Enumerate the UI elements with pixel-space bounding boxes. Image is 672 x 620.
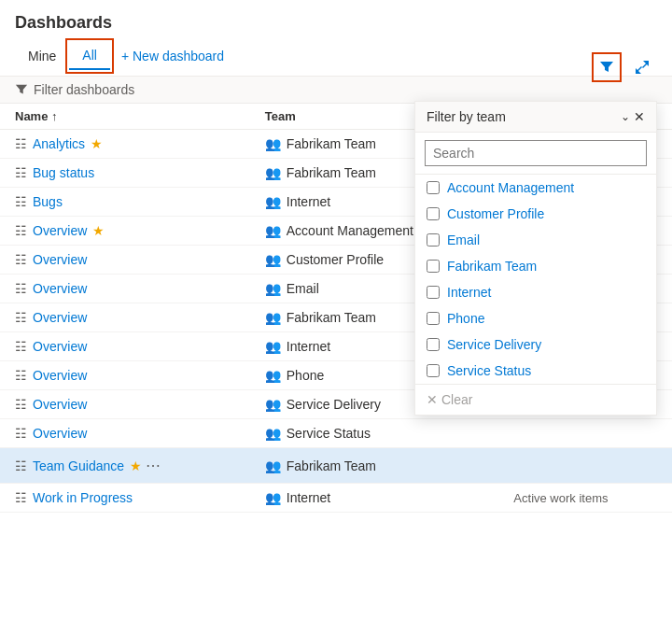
dashboard-grid-icon: ☷: [15, 252, 27, 267]
team-filter-label[interactable]: Account Management: [447, 180, 574, 195]
team-name: Phone: [287, 368, 324, 383]
name-cell: ☷ Bugs: [0, 188, 250, 217]
team-filter-item[interactable]: Fabrikam Team: [415, 253, 656, 279]
team-name: Email: [287, 281, 319, 296]
team-icon: 👥: [265, 368, 281, 383]
search-box: [415, 133, 656, 175]
team-checkbox[interactable]: [427, 312, 440, 325]
team-checkbox[interactable]: [427, 233, 440, 247]
team-icon: 👥: [265, 165, 281, 180]
team-filter-label[interactable]: Phone: [447, 311, 484, 326]
team-checkbox[interactable]: [427, 181, 440, 194]
table-row[interactable]: ☷ Team Guidance ★ ⋯ 👥 Fabrikam Team: [0, 448, 672, 484]
team-name: Internet: [287, 339, 330, 354]
dashboard-link[interactable]: Overview: [33, 252, 87, 267]
tab-bar: Mine All + New dashboard: [15, 42, 657, 70]
clear-button[interactable]: ✕ Clear: [415, 384, 656, 415]
team-filter-label[interactable]: Service Status: [447, 363, 531, 378]
team-name: Account Management: [287, 223, 413, 238]
dashboard-grid-icon: ☷: [15, 368, 27, 383]
dashboard-link[interactable]: Team Guidance: [33, 458, 124, 473]
team-icon: 👥: [265, 281, 281, 296]
team-checkbox[interactable]: [427, 364, 440, 377]
dashboard-link[interactable]: Overview: [33, 310, 87, 325]
team-icon: 👥: [265, 194, 281, 209]
team-icon: 👥: [265, 458, 281, 473]
filter-bar: Filter dashboards: [0, 76, 672, 104]
team-name: Fabrikam Team: [287, 458, 376, 473]
dashboard-link[interactable]: Work in Progress: [33, 490, 133, 505]
team-filter-item[interactable]: Service Delivery: [415, 331, 656, 358]
more-options-button[interactable]: ⋯: [142, 455, 164, 476]
dashboard-grid-icon: ☷: [15, 426, 27, 441]
page-header: Dashboards Mine All + New dashboard: [0, 0, 672, 76]
team-filter-label[interactable]: Service Delivery: [447, 337, 541, 352]
name-cell: ☷ Overview ★: [0, 217, 250, 246]
name-cell: ☷ Overview: [0, 275, 250, 303]
dashboard-link[interactable]: Overview: [33, 397, 87, 412]
filter-dashboards-btn[interactable]: Filter dashboards: [15, 82, 134, 97]
dashboard-link[interactable]: Bugs: [33, 194, 63, 209]
team-filter-label[interactable]: Customer Profile: [447, 206, 544, 221]
team-checkbox[interactable]: [427, 260, 440, 273]
filter-icon: [599, 60, 614, 75]
team-filter-label[interactable]: Email: [447, 232, 480, 247]
chevron-down-icon[interactable]: ⌄: [621, 110, 630, 123]
team-filter-label[interactable]: Fabrikam Team: [447, 259, 537, 274]
team-list: Account Management Customer Profile Emai…: [415, 175, 656, 384]
header-right-actions: [592, 52, 657, 82]
dashboard-link[interactable]: Overview: [33, 339, 87, 354]
team-filter-label[interactable]: Internet: [447, 285, 491, 300]
team-filter-item[interactable]: Phone: [415, 305, 656, 331]
name-cell: ☷ Bug status: [0, 159, 250, 188]
team-checkbox[interactable]: [427, 207, 440, 220]
table-row[interactable]: ☷ Overview 👥 Service Status: [0, 419, 672, 448]
team-cell: 👥 Fabrikam Team: [250, 448, 499, 484]
dashboard-grid-icon: ☷: [15, 136, 27, 151]
team-checkbox[interactable]: [427, 286, 440, 299]
team-icon: 👥: [265, 136, 281, 151]
name-cell: ☷ Work in Progress: [0, 484, 250, 513]
team-icon: 👥: [265, 252, 281, 267]
team-filter-item[interactable]: Account Management: [415, 175, 656, 201]
dashboard-link[interactable]: Overview: [33, 426, 87, 441]
table-row[interactable]: ☷ Work in Progress 👥 Internet Active wor…: [0, 484, 672, 513]
dashboard-grid-icon: ☷: [15, 194, 27, 209]
dashboard-link[interactable]: Analytics: [33, 136, 85, 151]
col-name-header[interactable]: Name ↑: [0, 104, 250, 130]
star-icon: ★: [130, 458, 142, 473]
close-icon[interactable]: ✕: [634, 109, 645, 124]
filter-icon-button[interactable]: [592, 52, 622, 82]
expand-icon-button[interactable]: [627, 52, 657, 82]
team-name: Customer Profile: [287, 252, 384, 267]
name-cell: ☷ Analytics ★: [0, 130, 250, 159]
dashboard-grid-icon: ☷: [15, 165, 27, 180]
team-checkbox[interactable]: [427, 338, 440, 351]
team-filter-item[interactable]: Service Status: [415, 358, 656, 384]
dashboard-link[interactable]: Overview: [33, 281, 87, 296]
dashboard-link[interactable]: Overview: [33, 368, 87, 383]
team-filter-item[interactable]: Customer Profile: [415, 201, 656, 227]
team-filter-item[interactable]: Internet: [415, 279, 656, 305]
dashboard-link[interactable]: Bug status: [33, 165, 94, 180]
team-icon: 👥: [265, 397, 281, 412]
new-dashboard-button[interactable]: + New dashboard: [110, 43, 235, 69]
name-cell: ☷ Overview: [0, 246, 250, 275]
dashboard-grid-icon: ☷: [15, 397, 27, 412]
tab-all[interactable]: All: [69, 42, 110, 70]
dashboard-grid-icon: ☷: [15, 310, 27, 325]
team-icon: 👥: [265, 310, 281, 325]
team-search-input[interactable]: [425, 140, 647, 166]
expand-icon: [635, 60, 650, 75]
team-filter-item[interactable]: Email: [415, 227, 656, 253]
dropdown-header: Filter by team ⌄ ✕: [415, 102, 656, 133]
tab-mine[interactable]: Mine: [15, 43, 69, 69]
status-text: Active work items: [513, 491, 608, 505]
status-cell: Active work items: [498, 484, 672, 513]
filter-by-team-label: Filter by team: [427, 109, 506, 124]
team-name: Fabrikam Team: [287, 165, 376, 180]
team-cell: 👥 Internet: [250, 484, 499, 513]
team-icon: 👥: [265, 490, 281, 505]
name-cell: ☷ Overview: [0, 419, 250, 448]
dashboard-link[interactable]: Overview: [33, 223, 87, 238]
